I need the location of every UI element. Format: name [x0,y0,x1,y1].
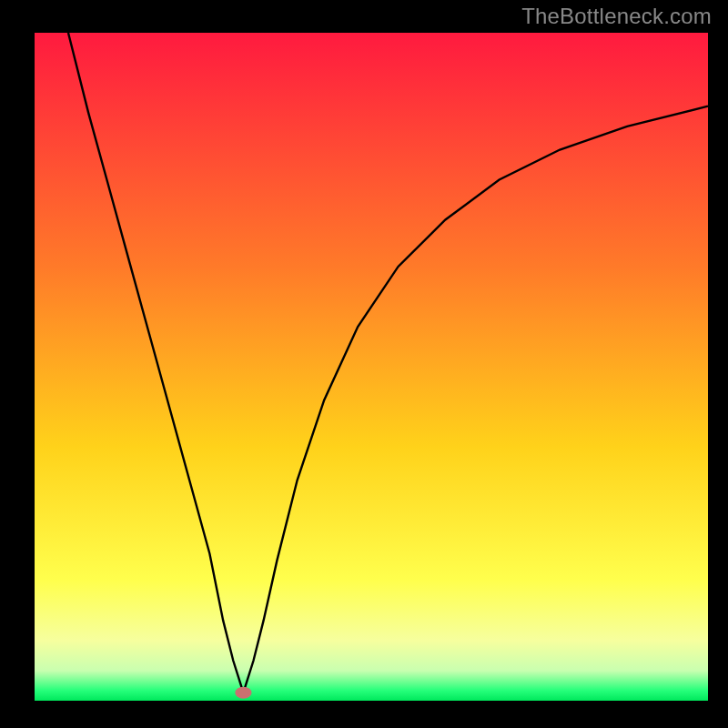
watermark-text: TheBottleneck.com [521,4,712,29]
frame-border [0,0,35,728]
frame-border [708,0,728,728]
frame-border [0,701,728,728]
chart-frame: TheBottleneck.com [0,0,728,728]
optimum-marker [235,687,251,699]
bottleneck-chart [0,0,728,728]
